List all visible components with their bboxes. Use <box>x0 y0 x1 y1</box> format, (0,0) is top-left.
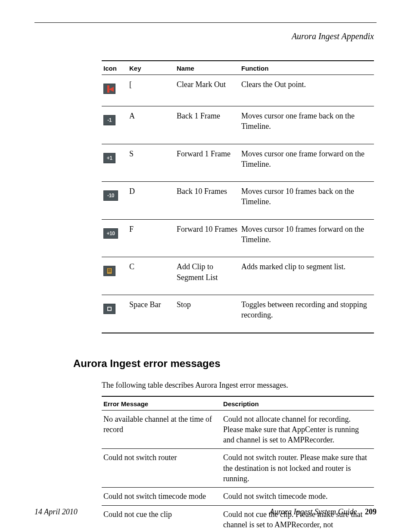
cell-error: No available channel at the time of reco… <box>102 410 221 449</box>
cell-description: Could not allocate channel for recording… <box>221 410 374 449</box>
forward-10-frames-icon: +10 <box>103 228 118 239</box>
cell-function: Toggles between recording and stopping r… <box>240 295 374 333</box>
cell-key: S <box>128 144 175 182</box>
cell-icon: -1 <box>102 106 128 144</box>
cell-name: Back 1 Frame <box>175 106 240 144</box>
th-key: Key <box>128 61 175 75</box>
cell-name: Clear Mark Out <box>175 75 240 106</box>
cell-icon: +1 <box>102 144 128 182</box>
table-row: Space BarStopToggles between recording a… <box>102 295 374 333</box>
shortcuts-table: Icon Key Name Function ▐◀[Clear Mark Out… <box>102 60 374 333</box>
cell-function: Moves cursor one frame back on the Timel… <box>240 106 374 144</box>
cell-icon: ▐◀ <box>102 75 128 106</box>
th-error: Error Message <box>102 396 221 411</box>
table-row: CAdd Clip to Segment ListAdds marked cli… <box>102 257 374 295</box>
th-name: Name <box>175 61 240 75</box>
cell-function: Clears the Out point. <box>240 75 374 106</box>
cell-name: Forward 10 Frames <box>175 219 240 257</box>
footer-date: 14 April 2010 <box>34 507 78 516</box>
table-row: No available channel at the time of reco… <box>102 410 374 449</box>
th-description: Description <box>221 396 374 411</box>
cell-name: Forward 1 Frame <box>175 144 240 182</box>
cell-function: Adds marked clip to segment list. <box>240 257 374 295</box>
cell-key: D <box>128 182 175 220</box>
section-lead: The following table describes Aurora Ing… <box>102 381 377 390</box>
cell-error: Could not switch router <box>102 449 221 488</box>
cell-icon: -10 <box>102 182 128 220</box>
table-row: ▐◀[Clear Mark OutClears the Out point. <box>102 75 374 106</box>
cell-key: [ <box>128 75 175 106</box>
cell-function: Moves cursor 10 frames forward on the Ti… <box>240 219 374 257</box>
table-row: +10FForward 10 FramesMoves cursor 10 fra… <box>102 219 374 257</box>
th-icon: Icon <box>102 61 128 75</box>
cell-name: Add Clip to Segment List <box>175 257 240 295</box>
cell-error: Could not switch timecode mode <box>102 488 221 505</box>
svg-rect-0 <box>107 268 112 274</box>
cell-key: Space Bar <box>128 295 175 333</box>
cell-key: A <box>128 106 175 144</box>
table-row: -10DBack 10 FramesMoves cursor 10 frames… <box>102 182 374 220</box>
back-1-frame-icon: -1 <box>103 115 115 125</box>
th-function: Function <box>240 61 374 75</box>
cell-key: F <box>128 219 175 257</box>
cell-icon <box>102 295 128 333</box>
cell-function: Moves cursor one frame forward on the Ti… <box>240 144 374 182</box>
cell-description: Could not switch router. Please make sur… <box>221 449 374 488</box>
stop-icon <box>103 304 115 314</box>
cell-name: Stop <box>175 295 240 333</box>
cell-function: Moves cursor 10 frames back on the Timel… <box>240 182 374 220</box>
clear-mark-out-icon: ▐◀ <box>103 84 115 94</box>
footer-guide: Aurora Ingest System Guide <box>270 507 357 516</box>
table-row: -1ABack 1 FrameMoves cursor one frame ba… <box>102 106 374 144</box>
back-10-frames-icon: -10 <box>103 190 118 201</box>
page-footer: 14 April 2010 Aurora Ingest System Guide… <box>34 507 377 516</box>
cell-icon <box>102 257 128 295</box>
cell-icon: +10 <box>102 219 128 257</box>
add-clip-to-segment-list-icon <box>103 266 115 276</box>
footer-page-number: 209 <box>365 507 377 516</box>
cell-description: Could not switch timecode mode. <box>221 488 374 505</box>
page-header: Aurora Ingest Appendix <box>34 31 377 41</box>
section-heading: Aurora Ingest error messages <box>73 358 377 370</box>
cell-key: C <box>128 257 175 295</box>
table-row: +1SForward 1 FrameMoves cursor one frame… <box>102 144 374 182</box>
forward-1-frame-icon: +1 <box>103 153 115 163</box>
table-row: Could not switch timecode modeCould not … <box>102 488 374 505</box>
top-rule <box>34 22 377 23</box>
cell-name: Back 10 Frames <box>175 182 240 220</box>
table-row: Could not switch routerCould not switch … <box>102 449 374 488</box>
